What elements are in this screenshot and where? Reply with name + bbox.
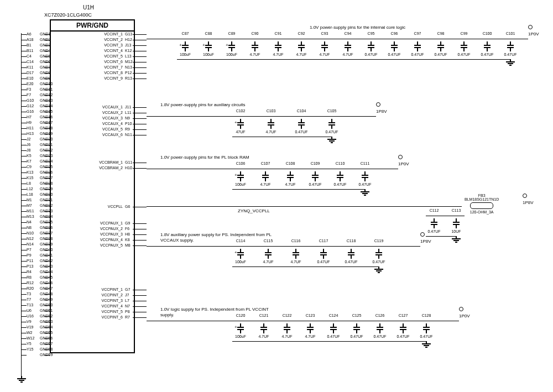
- power-pin: VCCAUX_6N11: [94, 133, 137, 137]
- cap-ref: C104: [293, 109, 310, 113]
- power-flag: 1P8V: [420, 232, 431, 244]
- cap-ref: C91: [270, 32, 286, 36]
- capacitor: C1224.7UF: [279, 323, 295, 339]
- cap-value: 4.7UF: [257, 182, 274, 187]
- capacitor: C1010.47UF: [502, 41, 519, 57]
- cap-value: 0.47UF: [395, 334, 411, 339]
- power-pin: VCCINT_6M12: [94, 60, 137, 64]
- cap-value: 0.47UF: [426, 229, 442, 234]
- cap-ref: C121: [255, 313, 272, 318]
- cap-ref: C92: [293, 32, 310, 36]
- cap-value: 0.47UF: [343, 260, 359, 264]
- power-pin: VCCINT_9R13: [94, 76, 137, 80]
- cap-ref: C116: [288, 239, 304, 243]
- capacitor: C1110.47UF: [357, 171, 373, 187]
- power-pin: VCCINT_7N13: [94, 65, 137, 69]
- cap-value: 4.7UF: [302, 334, 319, 339]
- cap-ref: C108: [282, 161, 299, 166]
- capacitor: C1270.47UF: [395, 323, 411, 339]
- cap-value: 100uF: [232, 334, 249, 339]
- cap-ref: C93: [316, 32, 333, 36]
- cap-value: 0.47UF: [324, 130, 340, 134]
- power-pin: VCCAUX_1J11: [94, 105, 137, 109]
- power-pin: VCCAUX_4P10: [94, 122, 137, 126]
- power-pin: VCCINT_1G13: [94, 32, 137, 36]
- capacitor: C89+100uF: [223, 41, 240, 57]
- cap-ref: C117: [315, 239, 332, 243]
- capacitor: C87+100uF: [177, 41, 194, 57]
- power-pin: VCCPLLG6: [94, 205, 137, 208]
- power-pin: VCCPAUX_2F6: [94, 227, 137, 231]
- cap-value: 0.47UF: [293, 130, 310, 134]
- capacitor: C914.7UF: [270, 41, 286, 57]
- power-pin: VCCPAUX_1G9: [94, 221, 137, 225]
- capacitor: C1234.7UF: [302, 323, 319, 339]
- cap-ref: C95: [363, 32, 379, 36]
- cap-value: 0.47UF: [371, 260, 387, 264]
- cap-ref: C106: [232, 161, 249, 166]
- net-label-vccpll: ZYNQ_VCCPLL: [238, 208, 270, 213]
- capacitor: C990.47UF: [456, 41, 472, 57]
- gnd-icon: [451, 236, 461, 243]
- wire-vccpll: [147, 206, 462, 207]
- power-flag: 1P0V: [398, 155, 409, 166]
- ic-partnumber: XC7Z020-1CLG400C: [44, 12, 92, 18]
- power-pin: VCCPAUX_3H8: [94, 232, 137, 236]
- cap-value: 0.47UF: [315, 260, 332, 264]
- power-pin: VCCPAUX_5M8: [94, 243, 137, 247]
- power-pin: VCCINT_8P12: [94, 71, 137, 75]
- power-flag: 1P0V: [459, 307, 470, 318]
- capacitor: C1074.7UF: [257, 171, 274, 187]
- ferrite-bead: FB3 BLM18SG121TN1D 120-OHM_3A: [465, 194, 499, 214]
- cap-value: 0.47UF: [307, 182, 324, 187]
- capacitor: C970.47UF: [409, 41, 426, 57]
- cap-value: 0.47UF: [357, 182, 373, 187]
- cap-value: 0.47UF: [409, 53, 426, 57]
- cap-value: 4.7UF: [282, 182, 299, 187]
- cap-value: 4.7UF: [293, 53, 310, 57]
- cap-ref: C96: [386, 32, 403, 36]
- cap-value: 4.7UF: [340, 53, 356, 57]
- gnd-icon: [374, 266, 384, 273]
- power-pin: VCCPINT_6R7: [94, 315, 137, 319]
- cap-ref: C110: [332, 161, 348, 166]
- cap-value: 100uF: [177, 53, 194, 57]
- note-text: 1.0V logic supply for PS. Independent fr…: [160, 307, 269, 312]
- gnd-icon: [327, 137, 337, 143]
- capacitor: C1180.47UF: [343, 249, 359, 264]
- cap-value: 100uF: [232, 260, 249, 264]
- cap-value: 4.7UF: [247, 53, 263, 57]
- power-flag: 1P0V: [528, 25, 539, 36]
- note-text: 1.8V power-supply pins for auxiliary cir…: [160, 102, 245, 107]
- cap-value: 0.47UF: [432, 53, 449, 57]
- capacitor: C11310UF: [448, 218, 465, 234]
- power-pin: VCCINT_3J13: [94, 43, 137, 47]
- capacitor: C1170.47UF: [315, 249, 332, 264]
- capacitor: C950.47UF: [363, 41, 379, 57]
- cap-ref: C126: [372, 313, 388, 318]
- schematic-page: U1H XC7Z020-1CLG400C PWR/GND A6GND1A18GN…: [0, 0, 553, 392]
- power-pin: VCCINT_5L13: [94, 54, 137, 58]
- cap-value: 0.47UF: [386, 53, 403, 57]
- capacitor: C102+47UF: [232, 119, 249, 134]
- cap-ref: C122: [279, 313, 295, 318]
- cap-value: 0.47UF: [332, 182, 348, 187]
- cap-value: 4.7UF: [316, 53, 333, 57]
- capacitor: C1280.47UF: [418, 323, 435, 339]
- cap-ref: C94: [340, 32, 356, 36]
- capacitor: C904.7UF: [247, 41, 263, 57]
- power-pin: VCCPINT_2J7: [94, 293, 137, 297]
- cap-ref: C109: [307, 161, 324, 166]
- cap-ref: C90: [247, 32, 263, 36]
- cap-value: 0.47UF: [363, 53, 379, 57]
- cap-ref: C123: [302, 313, 319, 318]
- cap-value: 100uF: [200, 53, 217, 57]
- capacitor: C1154.7UF: [260, 249, 276, 264]
- power-flag: 1P8V: [376, 102, 387, 114]
- power-flag-label: 1P8V: [523, 200, 534, 205]
- power-pin: VCCAUX_2L11: [94, 111, 137, 114]
- power-pin: VCCBRAM_1G11: [94, 160, 137, 164]
- cap-ref: C127: [395, 313, 411, 318]
- capacitor: C1090.47UF: [307, 171, 324, 187]
- cap-value: 4.7UF: [270, 53, 286, 57]
